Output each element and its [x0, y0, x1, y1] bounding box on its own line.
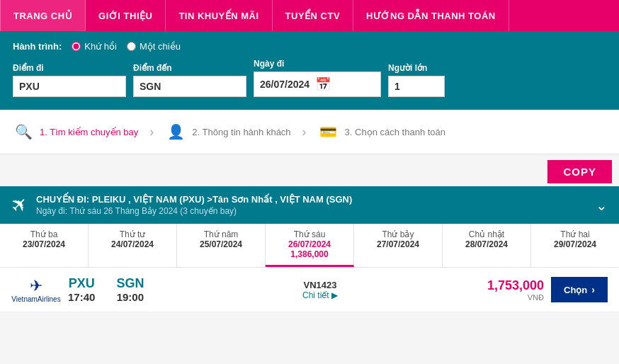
- date-value: 28/07/2024: [445, 239, 528, 249]
- step-3: 💳 3. Chọn cách thanh toán: [318, 121, 445, 142]
- hanh-trinh-label: Hành trình:: [13, 41, 62, 52]
- date-cell[interactable]: Chủ nhật 28/07/2024: [443, 224, 531, 267]
- navbar: TRANG CHỦ GIỚI THIỆU TIN KHUYẾN MÃI TUYỂ…: [0, 0, 619, 31]
- person-icon: 👤: [165, 121, 186, 142]
- day-of-week: Thứ ba: [3, 229, 85, 239]
- day-of-week: Thứ sáu: [268, 229, 351, 239]
- flight-header-left: ✈ CHUYẾN ĐI: PLEIKU , VIỆT NAM (PXU) >Tâ…: [11, 193, 352, 217]
- to-time: 19:00: [117, 291, 144, 303]
- flight-title: CHUYẾN ĐI: PLEIKU , VIỆT NAM (PXU) >Tân …: [36, 194, 352, 205]
- flight-header: ✈ CHUYẾN ĐI: PLEIKU , VIỆT NAM (PXU) >Tâ…: [0, 186, 619, 224]
- nguoi-lon-input[interactable]: [388, 76, 445, 97]
- nguoi-lon-label: Người lớn: [388, 63, 445, 73]
- search-section: Hành trình: Khứ hồi Một chiều Điểm đi Đi…: [0, 31, 619, 110]
- diem-den-label: Điểm đến: [133, 63, 246, 73]
- day-of-week: Thứ bảy: [357, 229, 439, 239]
- date-value: 29/07/2024: [534, 239, 616, 249]
- hanh-trinh-row: Hành trình: Khứ hồi Một chiều: [13, 41, 606, 52]
- date-value: 24/07/2024: [91, 239, 174, 249]
- date-value: 25/07/2024: [180, 239, 262, 249]
- khu-hoi-option[interactable]: Khứ hồi: [72, 41, 117, 52]
- nguoi-lon-group: Người lớn: [388, 63, 445, 97]
- select-button[interactable]: Chọn ›: [551, 277, 608, 302]
- from-time: 17:40: [68, 291, 95, 303]
- step-3-text: 3. Chọn cách thanh toán: [345, 127, 445, 137]
- day-of-week: Thứ hai: [534, 229, 616, 239]
- from-city: PXU 17:40: [68, 276, 95, 303]
- ngay-di-input[interactable]: 26/07/2024 📅: [254, 72, 381, 97]
- nav-tuyen-ctv[interactable]: TUYỂN CTV: [273, 0, 354, 31]
- date-value: 26/07/2024: [268, 239, 351, 249]
- date-cell[interactable]: Thứ tư 24/07/2024: [89, 224, 177, 267]
- select-arrow-icon: ›: [591, 284, 595, 295]
- flight-subtitle: Ngày đi: Thứ sáu 26 Tháng Bảy 2024 (3 ch…: [36, 206, 352, 216]
- diem-den-group: Điểm đến: [133, 63, 246, 97]
- diem-di-input[interactable]: [13, 76, 126, 97]
- ngay-di-value: 26/07/2024: [260, 79, 310, 90]
- date-value: 23/07/2024: [3, 239, 85, 249]
- date-cell[interactable]: Thứ bảy 27/07/2024: [354, 224, 443, 267]
- mot-chieu-option[interactable]: Một chiều: [127, 41, 181, 52]
- detail-arrow-icon: ▶: [331, 290, 338, 300]
- flight-header-info: CHUYẾN ĐI: PLEIKU , VIỆT NAM (PXU) >Tân …: [36, 194, 352, 216]
- to-code: SGN: [116, 276, 144, 291]
- ngay-di-label: Ngày đi: [254, 59, 381, 69]
- day-of-week: Thứ năm: [180, 229, 262, 239]
- flight-price-section: 1,753,000 VNĐ: [445, 278, 544, 302]
- nav-trang-chu[interactable]: TRANG CHỦ: [0, 0, 86, 31]
- date-cell[interactable]: Thứ sáu 26/07/2024 1,386,000: [266, 224, 354, 267]
- diem-den-input[interactable]: [133, 76, 246, 97]
- step-arrow-1: ›: [149, 125, 154, 140]
- step-1-text: 1. Tìm kiếm chuyến bay: [40, 127, 138, 137]
- step-1: 🔍 1. Tìm kiếm chuyến bay: [13, 121, 138, 142]
- chevron-down-icon[interactable]: ⌄: [596, 197, 608, 214]
- step-2: 👤 2. Thông tin hành khách: [165, 121, 290, 142]
- calendar-icon: 📅: [315, 76, 331, 92]
- nav-tin-khuyen-mai[interactable]: TIN KHUYẾN MÃI: [166, 0, 272, 31]
- price-value: 1,753,000: [487, 278, 544, 293]
- plane-icon: ✈: [6, 191, 34, 220]
- flight-row: ✈ VietnamAirlines PXU 17:40 SGN 19:00 VN…: [0, 268, 619, 312]
- flight-codes: PXU 17:40 SGN 19:00: [68, 276, 195, 303]
- steps-section: 🔍 1. Tìm kiếm chuyến bay › 👤 2. Thông ti…: [0, 110, 619, 154]
- date-price: 1,386,000: [268, 249, 351, 259]
- date-cell[interactable]: Thứ hai 29/07/2024: [531, 224, 619, 267]
- ngay-di-group: Ngày đi 26/07/2024 📅: [254, 59, 381, 97]
- copy-section: COPY: [0, 154, 619, 186]
- wallet-icon: 💳: [318, 121, 339, 142]
- nav-huong-dan[interactable]: HƯỚNG DẪN THANH TOÁN: [353, 0, 509, 31]
- date-cell[interactable]: Thứ năm 25/07/2024: [177, 224, 266, 267]
- copy-button[interactable]: COPY: [547, 160, 612, 183]
- date-value: 27/07/2024: [357, 239, 439, 249]
- day-of-week: Chủ nhật: [445, 229, 528, 239]
- day-of-week: Thứ tư: [91, 229, 174, 239]
- detail-link[interactable]: Chi tiết ▶: [302, 290, 338, 300]
- diem-di-label: Điểm đi: [13, 63, 126, 73]
- airline-logo: ✈ VietnamAirlines: [11, 277, 61, 303]
- diem-di-group: Điểm đi: [13, 63, 126, 97]
- date-cell[interactable]: Thứ ba 23/07/2024: [0, 224, 89, 267]
- vietnam-airlines-icon: ✈: [30, 277, 42, 295]
- airline-name: VietnamAirlines: [11, 295, 60, 303]
- step-arrow-2: ›: [302, 125, 307, 140]
- fields-row: Điểm đi Điểm đến Ngày đi 26/07/2024 📅 Ng…: [13, 59, 606, 97]
- from-code: PXU: [69, 276, 95, 291]
- to-city: SGN 19:00: [116, 276, 144, 303]
- search-icon: 🔍: [13, 121, 34, 142]
- flight-info: VN1423 Chi tiết ▶: [203, 280, 438, 300]
- step-2-text: 2. Thông tin hành khách: [192, 127, 290, 137]
- date-row: Thứ ba 23/07/2024 Thứ tư 24/07/2024 Thứ …: [0, 224, 619, 268]
- price-currency: VNĐ: [528, 293, 544, 302]
- flight-number: VN1423: [304, 280, 337, 290]
- nav-gioi-thieu[interactable]: GIỚI THIỆU: [86, 0, 166, 31]
